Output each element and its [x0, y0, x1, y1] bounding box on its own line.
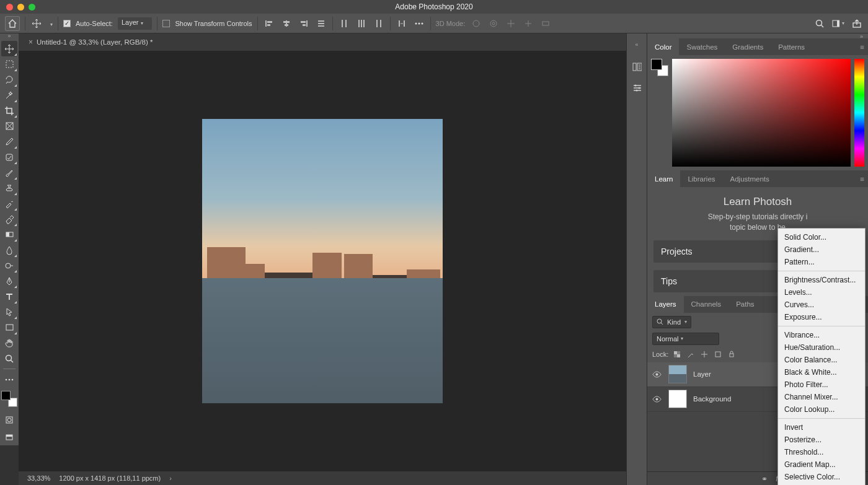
- lasso-tool[interactable]: [1, 72, 17, 87]
- canvas-area[interactable]: [19, 51, 626, 471]
- lock-all-icon[interactable]: [727, 349, 737, 359]
- menu-item[interactable]: Threshold...: [778, 446, 865, 458]
- tab-paths[interactable]: Paths: [728, 296, 761, 313]
- auto-select-target-dropdown[interactable]: Layer: [118, 17, 153, 30]
- foreground-swatch[interactable]: [651, 59, 662, 70]
- menu-item[interactable]: Gradient Map...: [778, 458, 865, 471]
- panel-menu-icon[interactable]: ≡: [860, 175, 864, 183]
- menu-item[interactable]: Black & White...: [778, 366, 865, 378]
- menu-item[interactable]: Selective Color...: [778, 471, 865, 483]
- rectangle-shape-tool[interactable]: [1, 320, 17, 335]
- lock-image-icon[interactable]: [686, 349, 696, 359]
- properties-panel-icon[interactable]: [632, 83, 642, 93]
- workspace-switcher[interactable]: [832, 17, 844, 30]
- doc-dimensions[interactable]: 1200 px x 1418 px (118,11 ppcm): [59, 474, 161, 482]
- frame-tool[interactable]: [1, 118, 17, 134]
- path-selection-tool[interactable]: [1, 304, 17, 320]
- layer-thumbnail[interactable]: [668, 365, 687, 383]
- tab-gradients[interactable]: Gradients: [725, 38, 771, 55]
- tab-patterns[interactable]: Patterns: [771, 38, 812, 55]
- zoom-tool[interactable]: [1, 351, 17, 366]
- move-tool[interactable]: [1, 41, 17, 56]
- menu-item[interactable]: Solid Color...: [778, 231, 865, 243]
- maximize-window-button[interactable]: [29, 4, 35, 11]
- history-brush-tool[interactable]: [1, 196, 17, 211]
- distribute-bottom-icon[interactable]: [373, 17, 385, 30]
- collapse-panels-arrow[interactable]: »: [647, 33, 868, 38]
- eyedropper-tool[interactable]: [1, 134, 17, 149]
- foreground-background-colors[interactable]: [1, 391, 17, 407]
- menu-item[interactable]: Curves...: [778, 299, 865, 311]
- tab-adjustments[interactable]: Adjustments: [723, 170, 777, 187]
- color-fgbg-swatches[interactable]: [651, 59, 668, 76]
- menu-item[interactable]: Levels...: [778, 286, 865, 299]
- layer-name[interactable]: Layer: [693, 370, 711, 378]
- share-icon[interactable]: [851, 17, 863, 30]
- clone-stamp-tool[interactable]: [1, 180, 17, 196]
- layer-thumbnail[interactable]: [668, 390, 687, 408]
- screen-mode-icon[interactable]: [1, 430, 17, 445]
- align-right-edges-icon[interactable]: [298, 17, 310, 30]
- foreground-color-swatch[interactable]: [1, 391, 11, 400]
- brush-tool[interactable]: [1, 165, 17, 180]
- menu-item[interactable]: Channel Mixer...: [778, 391, 865, 403]
- eraser-tool[interactable]: [1, 211, 17, 227]
- dodge-tool[interactable]: [1, 258, 17, 273]
- gradient-tool[interactable]: [1, 227, 17, 242]
- crop-tool[interactable]: [1, 103, 17, 118]
- canvas[interactable]: [202, 119, 443, 403]
- lock-position-icon[interactable]: [699, 349, 709, 359]
- magic-wand-tool[interactable]: [1, 87, 17, 103]
- tab-libraries[interactable]: Libraries: [680, 170, 722, 187]
- layer-name[interactable]: Background: [693, 395, 731, 403]
- visibility-eye-icon[interactable]: [652, 396, 662, 403]
- status-chevron-icon[interactable]: ›: [169, 474, 172, 482]
- quick-mask-icon[interactable]: [1, 412, 17, 427]
- link-layers-icon[interactable]: ⚭: [760, 474, 769, 483]
- color-picker-field[interactable]: [672, 59, 851, 167]
- document-tab[interactable]: × Untitled-1 @ 33,3% (Layer, RGB/8) *: [24, 38, 157, 46]
- menu-item[interactable]: Pattern...: [778, 256, 865, 268]
- tab-swatches[interactable]: Swatches: [679, 38, 725, 55]
- distribute-vertical-icon[interactable]: [355, 17, 368, 30]
- menu-item[interactable]: Photo Filter...: [778, 378, 865, 391]
- blur-tool[interactable]: [1, 242, 17, 258]
- distribute-spacing-icon[interactable]: [396, 17, 408, 30]
- close-window-button[interactable]: [6, 4, 13, 11]
- tab-channels[interactable]: Channels: [684, 296, 729, 313]
- menu-item[interactable]: Exposure...: [778, 311, 865, 323]
- menu-item[interactable]: Gradient...: [778, 243, 865, 256]
- tab-layers[interactable]: Layers: [647, 296, 684, 313]
- lock-transparency-icon[interactable]: [672, 349, 682, 359]
- collapse-toolbox-arrow[interactable]: »: [0, 33, 19, 38]
- close-tab-icon[interactable]: ×: [29, 38, 33, 46]
- collapse-arrow-icon[interactable]: «: [627, 42, 647, 47]
- type-tool[interactable]: [1, 289, 17, 304]
- blend-mode-dropdown[interactable]: Normal: [652, 333, 719, 345]
- show-transform-checkbox[interactable]: [162, 20, 170, 27]
- menu-item[interactable]: Brightness/Contrast...: [778, 274, 865, 286]
- healing-brush-tool[interactable]: [1, 149, 17, 165]
- align-left-edges-icon[interactable]: [263, 17, 275, 30]
- distribute-top-icon[interactable]: [338, 17, 350, 30]
- menu-item[interactable]: Color Balance...: [778, 354, 865, 366]
- hand-tool[interactable]: [1, 335, 17, 351]
- minimize-window-button[interactable]: [17, 4, 24, 11]
- marquee-tool[interactable]: [1, 56, 17, 72]
- lock-artboard-icon[interactable]: [713, 349, 723, 359]
- home-button[interactable]: [5, 16, 20, 31]
- history-panel-icon[interactable]: [632, 62, 642, 72]
- align-horizontal-centers-icon[interactable]: [280, 17, 293, 30]
- panel-menu-icon[interactable]: ≡: [860, 43, 864, 51]
- more-options-icon[interactable]: [413, 17, 425, 30]
- align-options-icon[interactable]: [315, 17, 327, 30]
- menu-item[interactable]: Posterize...: [778, 434, 865, 446]
- tool-preset-dropdown[interactable]: [48, 20, 53, 27]
- tab-learn[interactable]: Learn: [647, 170, 680, 187]
- search-icon[interactable]: [813, 17, 826, 30]
- zoom-level[interactable]: 33,33%: [27, 474, 50, 482]
- menu-item[interactable]: Hue/Saturation...: [778, 341, 865, 354]
- menu-item[interactable]: Color Lookup...: [778, 403, 865, 416]
- auto-select-checkbox[interactable]: ✓: [63, 20, 71, 27]
- tab-color[interactable]: Color: [647, 38, 679, 55]
